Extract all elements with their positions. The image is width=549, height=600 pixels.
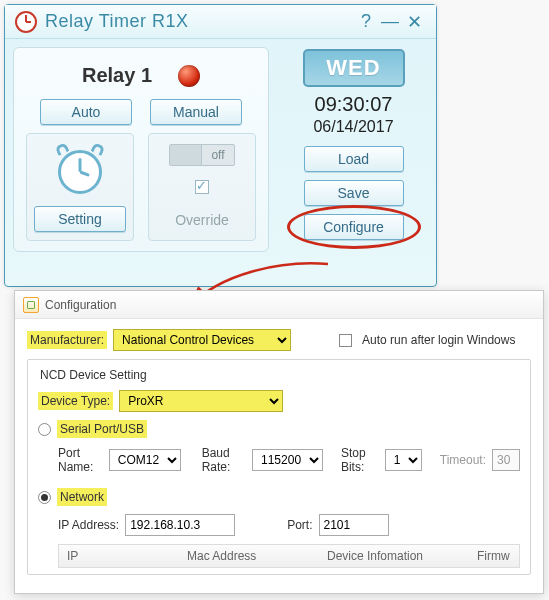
app-clock-icon	[15, 11, 37, 33]
save-button[interactable]: Save	[304, 180, 404, 206]
th-fw: Firmw	[469, 549, 519, 563]
override-checkbox[interactable]	[195, 180, 209, 194]
device-table-header: IP Mac Address Device Infomation Firmw	[58, 544, 520, 568]
manufacturer-select[interactable]: National Control Devices	[113, 329, 291, 351]
override-label: Override	[175, 212, 229, 228]
timeout-input	[492, 449, 520, 471]
close-button[interactable]: ✕	[402, 12, 426, 32]
override-card: off Override	[148, 133, 256, 241]
network-label: Network	[57, 488, 107, 506]
clock-date: 06/14/2017	[313, 118, 393, 136]
network-radio[interactable]	[38, 491, 51, 504]
auto-button[interactable]: Auto	[40, 99, 132, 125]
minimize-button[interactable]: —	[378, 12, 402, 32]
alarm-clock-icon	[52, 144, 108, 200]
ip-label: IP Address:	[58, 518, 119, 532]
relay-title: Relay 1	[82, 64, 152, 87]
config-title: Configuration	[45, 298, 116, 312]
off-label: off	[202, 148, 234, 162]
configure-button[interactable]: Configure	[304, 214, 404, 240]
baud-label: Baud Rate:	[202, 446, 246, 474]
config-titlebar: Configuration	[15, 291, 543, 319]
timeout-label: Timeout:	[440, 453, 486, 467]
th-ip: IP	[59, 549, 179, 563]
stop-bits-select[interactable]: 1	[385, 449, 422, 471]
port-label: Port:	[287, 518, 312, 532]
th-mac: Mac Address	[179, 549, 319, 563]
device-type-select[interactable]: ProXR	[119, 390, 283, 412]
ip-input[interactable]	[125, 514, 235, 536]
titlebar: Relay Timer R1X ? — ✕	[5, 5, 436, 39]
clock-panel: WED 09:30:07 06/14/2017 Load Save Config…	[279, 47, 428, 252]
config-icon	[23, 297, 39, 313]
load-button[interactable]: Load	[304, 146, 404, 172]
th-dev: Device Infomation	[319, 549, 469, 563]
device-type-label: Device Type:	[38, 392, 113, 410]
setting-button[interactable]: Setting	[34, 206, 126, 232]
autorun-label: Auto run after login Windows	[362, 333, 515, 347]
day-badge: WED	[303, 49, 405, 87]
autorun-checkbox[interactable]	[339, 334, 352, 347]
serial-label: Serial Port/USB	[57, 420, 147, 438]
relay-panel: Relay 1 Auto Manual Setting off	[13, 47, 269, 252]
serial-radio[interactable]	[38, 423, 51, 436]
status-led-icon	[178, 65, 200, 87]
main-window: Relay Timer R1X ? — ✕ Relay 1 Auto Manua…	[4, 4, 437, 287]
port-name-select[interactable]: COM12	[109, 449, 181, 471]
clock-time: 09:30:07	[315, 93, 393, 116]
port-name-label: Port Name:	[58, 446, 103, 474]
setting-card: Setting	[26, 133, 134, 241]
manufacturer-label: Manufacturer:	[27, 331, 107, 349]
stop-bits-label: Stop Bits:	[341, 446, 379, 474]
help-button[interactable]: ?	[354, 12, 378, 32]
off-toggle[interactable]: off	[169, 144, 235, 166]
configuration-window: Configuration Manufacturer: National Con…	[14, 290, 544, 594]
app-title: Relay Timer R1X	[45, 11, 189, 32]
baud-select[interactable]: 115200	[252, 449, 323, 471]
device-setting-legend: NCD Device Setting	[36, 368, 151, 382]
port-input[interactable]	[319, 514, 389, 536]
device-setting-fieldset: NCD Device Setting Device Type: ProXR Se…	[27, 359, 531, 575]
manual-button[interactable]: Manual	[150, 99, 242, 125]
